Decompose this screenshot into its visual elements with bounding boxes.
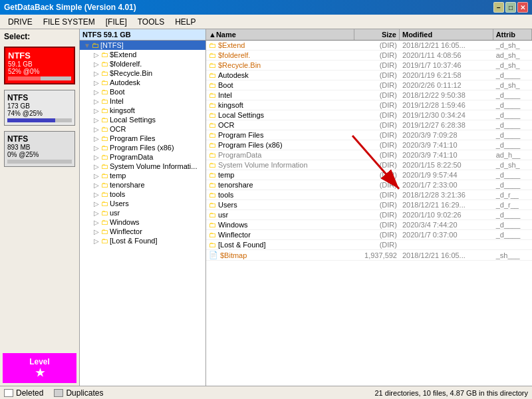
tree-item-6[interactable]: ▷🗀Intel	[80, 96, 205, 106]
tree-expand-7[interactable]: ▷	[92, 107, 101, 114]
tree-expand-21[interactable]: ▷	[92, 237, 101, 245]
tree-expand-3[interactable]: ▷	[92, 70, 101, 77]
tree-expand-4[interactable]: ▷	[92, 79, 101, 86]
file-row-5[interactable]: 🗀Intel(DIR)2018/12/22 9:50:38_d____	[206, 90, 532, 100]
file-row-19[interactable]: 🗀Winflector(DIR)2020/1/7 0:37:00_d____	[206, 230, 532, 240]
tree-item-5[interactable]: ▷🗀Boot	[80, 87, 205, 96]
file-row-21[interactable]: 📄$Bitmap1,937,5922018/12/21 16:05..._sh_…	[206, 250, 532, 261]
tree-expand-9[interactable]: ▷	[92, 126, 101, 133]
deleted-label: Deleted	[16, 388, 43, 398]
file-name-cell-5: 🗀Intel	[206, 90, 354, 100]
tree-expand-10[interactable]: ▷	[92, 135, 101, 142]
tree-label-12: ProgramData	[110, 153, 153, 161]
file-name-cell-13: 🗀temp	[206, 170, 354, 180]
file-size-9: (DIR)	[354, 130, 400, 140]
file-row-3[interactable]: 🗀Autodesk(DIR)2020/1/19 6:21:58_d____	[206, 70, 532, 80]
maximize-button[interactable]: □	[505, 2, 516, 13]
tree-expand-0[interactable]: ▼	[82, 42, 92, 49]
drive-item-2[interactable]: NTFS 893 MB 0% @25%	[4, 131, 75, 167]
tree-item-8[interactable]: ▷🗀Local Settings	[80, 115, 205, 124]
tree-item-0[interactable]: ▼🗀[NTFS]	[80, 41, 205, 50]
tree-expand-5[interactable]: ▷	[92, 88, 101, 96]
tree-item-12[interactable]: ▷🗀ProgramData	[80, 152, 205, 162]
folder-icon-0: 🗀	[92, 41, 99, 49]
tree-expand-12[interactable]: ▷	[92, 154, 101, 161]
header-size[interactable]: Size	[354, 29, 400, 40]
tree-expand-6[interactable]: ▷	[92, 98, 101, 105]
tree-expand-20[interactable]: ▷	[92, 228, 101, 235]
file-row-6[interactable]: 🗀kingsoft(DIR)2019/12/28 1:59:46_d____	[206, 100, 532, 110]
file-row-17[interactable]: 🗀usr(DIR)2020/1/10 9:02:26_d____	[206, 210, 532, 220]
tree-item-9[interactable]: ▷🗀OCR	[80, 124, 205, 134]
tree-item-14[interactable]: ▷🗀temp	[80, 171, 205, 180]
file-row-4[interactable]: 🗀Boot(DIR)2020/2/26 0:11:12_d_sh_	[206, 80, 532, 90]
file-modified-3: 2020/1/19 6:21:58	[400, 70, 493, 80]
tree-item-13[interactable]: ▷🗀System Volume Informati...	[80, 162, 205, 171]
file-row-7[interactable]: 🗀Local Settings(DIR)2019/12/30 0:34:24_d…	[206, 110, 532, 120]
tree-expand-8[interactable]: ▷	[92, 116, 101, 124]
file-name-cell-10: 🗀Program Files (x86)	[206, 140, 354, 150]
tree-item-2[interactable]: ▷🗀$folderelf.	[80, 59, 205, 68]
file-row-2[interactable]: 🗀$Recycle.Bin(DIR)2019/1/7 10:37:46_d_sh…	[206, 61, 532, 70]
tree-item-7[interactable]: ▷🗀kingsoft	[80, 106, 205, 115]
tree-item-3[interactable]: ▷🗀$Recycle.Bin	[80, 68, 205, 78]
menu-drive[interactable]: DRIVE	[3, 16, 38, 28]
file-name-cell-7: 🗀Local Settings	[206, 110, 354, 120]
tree-item-16[interactable]: ▷🗀tools	[80, 190, 205, 199]
file-name-14: tenorshare	[218, 181, 253, 189]
file-row-8[interactable]: 🗀OCR(DIR)2019/12/27 6:28:38_d____	[206, 120, 532, 130]
tree-expand-1[interactable]: ▷	[92, 51, 101, 59]
minimize-button[interactable]: −	[493, 2, 504, 13]
tree-item-10[interactable]: ▷🗀Program Files	[80, 134, 205, 143]
file-row-13[interactable]: 🗀temp(DIR)2020/1/9 9:57:44_d____	[206, 170, 532, 180]
menu-tools[interactable]: TOOLS	[132, 16, 170, 28]
tree-expand-11[interactable]: ▷	[92, 144, 101, 152]
tree-item-15[interactable]: ▷🗀tenorshare	[80, 180, 205, 190]
drive-item-0[interactable]: NTFS 59.1 GB 52% @0%	[4, 47, 75, 84]
file-row-20[interactable]: 🗀[Lost & Found](DIR)	[206, 240, 532, 250]
tree-expand-16[interactable]: ▷	[92, 191, 101, 198]
menu-filesystem[interactable]: FILE SYSTEM	[38, 16, 100, 28]
tree-expand-13[interactable]: ▷	[92, 163, 101, 170]
file-name-18: Windows	[218, 221, 248, 229]
header-modified[interactable]: Modified	[400, 29, 493, 40]
file-panel[interactable]: ▲Name Size Modified Attrib 🗀$Extend(DIR)…	[206, 29, 532, 386]
tree-panel[interactable]: NTFS 59.1 GB ▼🗀[NTFS]▷🗀$Extend▷🗀$foldere…	[80, 29, 206, 386]
tree-item-1[interactable]: ▷🗀$Extend	[80, 50, 205, 59]
file-modified-14: 2020/1/7 2:33:00	[400, 180, 493, 190]
tree-expand-14[interactable]: ▷	[92, 172, 101, 180]
file-row-10[interactable]: 🗀Program Files (x86)(DIR)2020/3/9 7:41:1…	[206, 140, 532, 150]
close-button[interactable]: ✕	[517, 2, 528, 13]
file-modified-7: 2019/12/30 0:34:24	[400, 110, 493, 120]
drive-item-1[interactable]: NTFS 173 GB 74% @25%	[4, 90, 75, 126]
file-row-0[interactable]: 🗀$Extend(DIR)2018/12/21 16:05..._d_sh_	[206, 41, 532, 51]
file-row-16[interactable]: 🗀Users(DIR)2018/12/21 16:29..._d_r__	[206, 200, 532, 210]
file-row-11[interactable]: 🗀ProgramData(DIR)2020/3/9 7:41:10ad_h__	[206, 150, 532, 160]
tree-item-20[interactable]: ▷🗀Winflector	[80, 227, 205, 236]
menu-help[interactable]: HELP	[170, 16, 201, 28]
tree-item-17[interactable]: ▷🗀Users	[80, 199, 205, 208]
tree-expand-17[interactable]: ▷	[92, 200, 101, 207]
file-attrib-6: _d____	[493, 100, 532, 110]
header-attrib[interactable]: Attrib	[493, 29, 532, 40]
header-name[interactable]: ▲Name	[206, 29, 354, 40]
tree-expand-18[interactable]: ▷	[92, 209, 101, 217]
file-size-6: (DIR)	[354, 100, 400, 110]
tree-item-19[interactable]: ▷🗀Windows	[80, 217, 205, 227]
tree-item-11[interactable]: ▷🗀Program Files (x86)	[80, 143, 205, 152]
file-row-15[interactable]: 🗀tools(DIR)2018/12/28 3:21:36_d_r__	[206, 190, 532, 200]
menu-file[interactable]: [FILE]	[100, 16, 132, 28]
tree-expand-2[interactable]: ▷	[92, 61, 101, 68]
tree-label-8: Local Settings	[110, 116, 156, 124]
tree-item-4[interactable]: ▷🗀Autodesk	[80, 78, 205, 87]
file-row-18[interactable]: 🗀Windows(DIR)2020/3/4 7:44:20_d____	[206, 220, 532, 230]
tree-expand-19[interactable]: ▷	[92, 219, 101, 226]
tree-item-21[interactable]: ▷🗀[Lost & Found]	[80, 236, 205, 245]
tree-expand-15[interactable]: ▷	[92, 182, 101, 189]
file-row-1[interactable]: 🗀$folderelf.(DIR)2020/1/11 4:08:56ad_sh_	[206, 51, 532, 61]
tree-item-18[interactable]: ▷🗀usr	[80, 208, 205, 217]
file-row-12[interactable]: 🗀System Volume Information(DIR)2020/1/15…	[206, 160, 532, 170]
file-row-14[interactable]: 🗀tenorshare(DIR)2020/1/7 2:33:00_d____	[206, 180, 532, 190]
file-row-9[interactable]: 🗀Program Files(DIR)2020/3/9 7:09:28_d___…	[206, 130, 532, 140]
file-attrib-3: _d____	[493, 70, 532, 80]
